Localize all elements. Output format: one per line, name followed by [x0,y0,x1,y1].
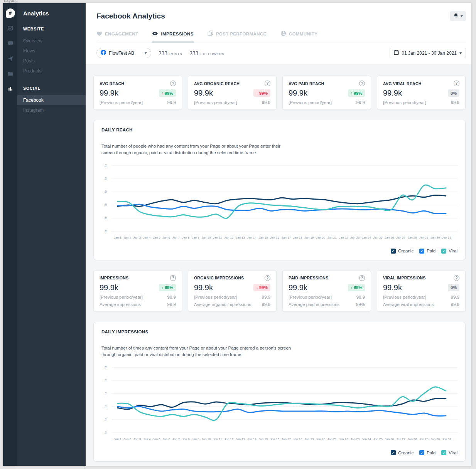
help-icon[interactable] [265,275,270,281]
followers-stat: 233 FOLLOWERS [189,50,224,57]
x-tick-label: Jan 6 [162,437,170,441]
x-tick-label: Jan 15 [258,236,268,239]
checkbox-checked-icon [441,450,446,455]
stat-card: IMPRESSIONS 99.9k ↑99% [Previous period/… [93,270,182,312]
checkbox-checked-icon [441,249,446,254]
line-series-organic [118,195,446,206]
chart-legend: OrganicPaidViral [101,450,457,455]
stat-card-row: [Previous period/year]99.9 [289,295,365,299]
help-icon[interactable] [454,275,459,281]
stat-card-value: 99.9k [100,283,118,292]
legend-checkbox-organic[interactable]: Organic [391,249,414,254]
legend-checkbox-organic[interactable]: Organic [391,450,414,455]
stat-change-badge: ↓99% [253,284,270,291]
tab-label: ENGAGEMENT [105,32,138,36]
x-tick-label: Jan 3 [133,236,141,239]
x-tick-label: Jan 14 [247,437,257,441]
tab-community[interactable]: COMMUNITY [280,30,318,42]
stat-card-row: Average paid impressions99% [289,302,365,307]
app-logo-icon[interactable]: # [6,8,15,18]
help-icon[interactable] [170,275,176,281]
legend-label: Paid [427,249,435,253]
x-tick-label: Jan 17 [282,236,291,239]
chat-icon[interactable] [7,40,14,47]
help-icon[interactable] [170,81,176,86]
legend-checkbox-paid[interactable]: Paid [419,249,435,254]
legend-checkbox-viral[interactable]: Viral [441,249,457,254]
stat-card-row: [Previous period/year]99.9 [100,100,176,105]
tab-post-performance[interactable]: POST PERFORMANCE [208,30,267,42]
stat-card-value: 99.9k [289,89,307,97]
x-tick-label: Jan 16 [270,437,279,441]
x-tick-label: Jan 8 [182,236,190,239]
sidebar-item-flows[interactable]: Flows [17,46,86,56]
x-tick-label: Jan 25 [373,437,383,441]
date-range-picker[interactable]: 01 Jan 2021 - 30 Jan 2021 [390,48,466,58]
tab-impressions[interactable]: IMPRESSIONS [152,30,193,42]
x-tick-label: Jan 22 [339,236,348,239]
x-tick-label: Jan 29 [419,236,428,239]
legend-checkbox-viral[interactable]: Viral [441,450,457,455]
legend-label: Viral [449,249,457,253]
x-tick-label: Jan 13 [236,437,245,441]
stat-card-title: AVG PAID REACH [289,81,324,86]
checkbox-checked-icon [391,249,396,254]
tab-engagement[interactable]: ENGAGEMENT [96,30,138,42]
sidebar-item-facebook[interactable]: Facebook [17,95,86,105]
x-tick-label: Jan 20 [316,437,325,441]
sidebar-item-overview[interactable]: Overview [17,36,86,46]
stat-card: AVG PAID REACH 99.9k ↑99% [Previous peri… [282,76,371,110]
help-icon[interactable] [454,81,459,86]
account-select[interactable]: FlowTest AB [96,48,151,58]
x-tick-label: Jan 1 [114,236,122,239]
x-tick-label: Jan 3 [133,437,141,441]
stat-change-badge: ↑99% [159,89,176,97]
x-tick-label: Jan 23 [350,236,360,239]
main-area: Facebook Analytics ENGAGEMENT [86,3,471,466]
x-tick-label: Jan 23 [350,437,360,441]
sidebar-item-instagram[interactable]: Instagram [17,105,86,115]
reach-cards-row: AVG REACH 99.9k ↑99% [Previous period/ye… [93,76,466,110]
stat-card-row: [Previous period/year]99.9 [383,100,459,105]
x-tick-label: Jan 7 [172,236,180,239]
sidebar-item-products[interactable]: Products [17,66,86,76]
x-tick-label: Jan 12 [224,437,233,441]
send-icon[interactable] [7,55,14,62]
page-title: Facebook Analytics [96,12,165,20]
stat-card-row: [Previous period/year]99.9 [194,100,270,105]
tasks-icon[interactable] [7,25,14,32]
copy-pages-icon [208,30,213,37]
folder-icon[interactable] [7,71,14,77]
chevron-down-icon [145,52,147,54]
legend-checkbox-paid[interactable]: Paid [419,450,435,455]
chart-title: DAILY REACH [101,128,457,132]
stat-card-row: [Previous period/year]99.9 [194,295,270,299]
x-tick-label: Jan 22 [339,437,348,441]
stat-card-title: VIRAL IMPRESSIONS [383,276,426,280]
stat-card-title: AVG VIRAL REACH [383,81,421,86]
daily-reach-chart: ###### [101,163,457,234]
followers-count: 233 [189,50,198,57]
notifications-button[interactable] [450,11,466,21]
chevron-down-icon [461,15,463,17]
svg-text:#: # [105,431,107,435]
help-icon[interactable] [265,81,270,86]
analytics-icon[interactable] [7,86,14,92]
globe-icon [280,30,286,37]
sidebar-item-posts[interactable]: Posts [17,56,86,66]
help-icon[interactable] [359,81,365,86]
x-tick-label: Jan 17 [282,437,291,441]
x-tick-label: Jan 16 [270,236,279,239]
svg-text:#: # [105,216,107,220]
help-icon[interactable] [359,275,365,281]
stat-change-badge: ↑99% [348,284,365,291]
x-tick-label: Jan 9 [192,437,199,441]
stat-change-badge: ↑99% [348,89,365,97]
x-tick-label: Jan 27 [396,437,405,441]
stat-card-value: 99.9k [100,89,118,97]
filter-row: FlowTest AB 233 POSTS 233 FOLLOWERS 01 J… [96,42,466,64]
date-range-value: 01 Jan 2021 - 30 Jan 2021 [402,50,457,56]
x-tick-label: Jan 27 [396,236,405,239]
chart-description: Total number of times any content from y… [101,345,457,358]
stat-card-title: PAID IMPRESSIONS [289,276,328,280]
